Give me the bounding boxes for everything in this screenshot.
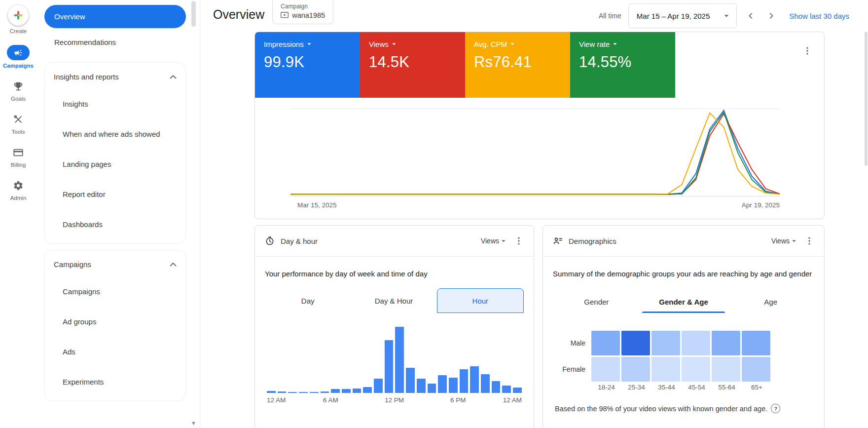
rail-item-admin[interactable]: Admin: [10, 179, 27, 201]
show-last-30-days-link[interactable]: Show last 30 days: [789, 12, 849, 20]
heatmap-cell[interactable]: [742, 357, 770, 382]
day-hour-tabs: Day Day & Hour Hour: [265, 288, 524, 313]
x-axis-tick-label: 12 AM: [503, 396, 522, 404]
heatmap-cell[interactable]: [742, 331, 770, 355]
section-nav: Overview Recommendations Insights and re…: [36, 0, 200, 428]
demographics-metric-selector[interactable]: Views: [771, 236, 798, 245]
heatmap-cell[interactable]: [651, 331, 680, 355]
sidebar-group-campaigns-header[interactable]: Campaigns: [45, 252, 185, 276]
clock-icon: [265, 236, 275, 246]
hour-bar: [374, 379, 383, 393]
tab-gender-and-age[interactable]: Gender & Age: [640, 290, 727, 313]
sidebar-item-report-editor[interactable]: Report editor: [45, 179, 185, 209]
sidebar-group-insights-header[interactable]: Insights and reports: [45, 65, 185, 89]
bar-x-axis: 12 AM6 AM12 PM6 PM12 AM: [267, 396, 522, 407]
heatmap-row: Female: [555, 357, 812, 382]
demographics-more-options-button[interactable]: [804, 236, 814, 246]
sidebar-item-when-and-where-ads-showed[interactable]: When and where ads showed: [45, 119, 185, 149]
tab-age[interactable]: Age: [727, 290, 814, 313]
sidebar-overview-label: Overview: [54, 12, 85, 21]
demographics-header: Demographics Views: [543, 226, 824, 257]
scorecard-strip: Impressions 99.9K Views 14.5K Avg. CPM: [255, 32, 824, 98]
x-axis-tick-label: 12 AM: [267, 396, 286, 404]
heatmap-row: Male: [555, 331, 812, 355]
tools-icon: [13, 113, 24, 126]
tab-day-and-hour[interactable]: Day & Hour: [351, 288, 436, 313]
heatmap-cell[interactable]: [712, 357, 740, 382]
sidebar-item-dashboards[interactable]: Dashboards: [45, 209, 185, 239]
create-button[interactable]: Create: [8, 5, 29, 34]
sidebar-scrollbar[interactable]: [191, 1, 196, 27]
demographics-description: Summary of the demographic groups your a…: [543, 257, 824, 283]
scorecard-impressions[interactable]: Impressions 99.9K: [255, 32, 360, 98]
hour-bar: [353, 389, 362, 393]
metric-label: View rate: [579, 40, 610, 48]
metric-value: Rs76.41: [474, 53, 561, 71]
hour-bar: [406, 368, 415, 393]
scorecard-avg-cpm[interactable]: Avg. CPM Rs76.41: [465, 32, 570, 98]
metric-selector-value: Views: [771, 237, 790, 245]
create-plus-icon: [8, 5, 29, 26]
hour-bar: [342, 389, 351, 393]
rail-item-tools[interactable]: Tools: [12, 113, 25, 135]
previous-period-button[interactable]: [744, 9, 758, 23]
panel-title: Demographics: [569, 237, 616, 245]
rail-item-campaigns[interactable]: Campaigns: [3, 45, 34, 69]
heatmap-row-label: Male: [555, 339, 591, 347]
sidebar-scroll-down-arrow[interactable]: ▼: [191, 420, 196, 426]
sidebar-group-title: Insights and reports: [54, 73, 119, 81]
chevron-down-icon: [790, 236, 798, 245]
hour-bar: [385, 340, 394, 393]
hour-bar: [460, 369, 469, 393]
scorecard-view-rate[interactable]: View rate 14.55%: [570, 32, 675, 98]
sidebar-item-landing-pages[interactable]: Landing pages: [45, 149, 185, 179]
chevron-up-icon: [170, 262, 177, 267]
page-scrollbar[interactable]: [865, 32, 868, 166]
hourly-bar-chart: 12 AM6 AM12 PM6 PM12 AM: [267, 327, 522, 407]
sidebar-item-recommendations[interactable]: Recommendations: [44, 28, 186, 56]
day-hour-description: Your performance by day of week and time…: [255, 257, 534, 283]
sidebar-item-experiments[interactable]: Experiments: [45, 367, 185, 397]
tab-gender[interactable]: Gender: [553, 290, 640, 313]
chevron-down-icon: [390, 39, 398, 48]
sidebar-item-insights[interactable]: Insights: [45, 89, 185, 119]
tab-hour[interactable]: Hour: [437, 288, 524, 313]
more-options-button[interactable]: [802, 46, 812, 56]
heatmap-cell[interactable]: [651, 357, 680, 382]
sidebar-item-campaigns[interactable]: Campaigns: [45, 276, 185, 307]
heatmap-cell[interactable]: [591, 357, 620, 382]
heatmap-cell[interactable]: [682, 331, 710, 355]
rail-item-billing[interactable]: Billing: [11, 146, 26, 168]
help-icon[interactable]: ?: [771, 404, 780, 413]
demographics-icon: [553, 236, 563, 246]
x-axis-tick-label: 6 AM: [323, 396, 338, 404]
rail-item-goals[interactable]: Goals: [11, 79, 26, 102]
bar-series: [267, 327, 522, 393]
sidebar-group-insights-and-reports: Insights and reports Insights When and w…: [44, 62, 186, 244]
heatmap-col-label: 45-54: [682, 384, 712, 391]
heatmap-cell[interactable]: [591, 331, 620, 355]
heatmap-cell[interactable]: [621, 357, 650, 382]
hour-bar: [331, 389, 340, 393]
sidebar-item-ad-groups[interactable]: Ad groups: [45, 307, 185, 337]
heatmap-cell[interactable]: [712, 331, 740, 355]
scorecard-views[interactable]: Views 14.5K: [360, 32, 465, 98]
panel-title: Day & hour: [281, 237, 318, 245]
heatmap-cell[interactable]: [621, 331, 650, 355]
x-axis-tick-label: 6 PM: [450, 396, 466, 404]
tab-day[interactable]: Day: [265, 288, 351, 313]
next-period-button[interactable]: [764, 9, 778, 23]
day-hour-more-options-button[interactable]: [514, 236, 524, 246]
chevron-down-icon: [722, 11, 731, 21]
hour-bar: [428, 384, 436, 393]
heatmap-cell[interactable]: [682, 357, 710, 382]
day-hour-metric-selector[interactable]: Views: [481, 236, 508, 245]
metric-value: 14.55%: [579, 53, 666, 71]
main-content: Overview Campaign wana1985 All time Mar …: [200, 0, 868, 428]
sidebar-item-overview[interactable]: Overview: [44, 5, 186, 28]
heatmap-grid: MaleFemale: [555, 331, 812, 382]
campaign-scope-chip[interactable]: Campaign wana1985: [272, 0, 333, 24]
date-range-picker[interactable]: Mar 15 – Apr 19, 2025: [628, 3, 737, 28]
sidebar-item-ads[interactable]: Ads: [45, 337, 185, 367]
create-label: Create: [10, 28, 27, 34]
